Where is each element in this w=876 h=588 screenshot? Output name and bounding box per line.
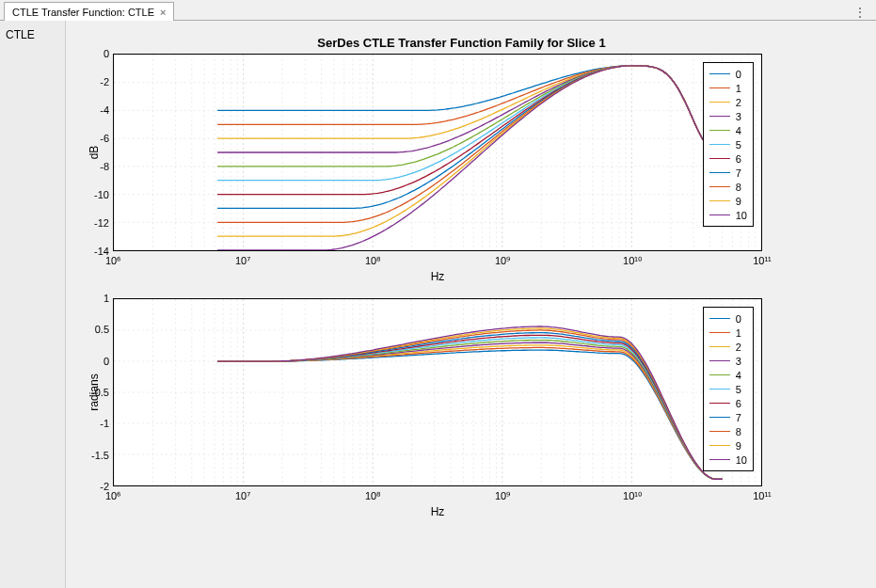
chart-title: SerDes CTLE Transfer Function Family for…	[75, 36, 848, 50]
figure-panel: ↖ SerDes CTLE Transfer Function Family f…	[66, 21, 876, 588]
legend-entry[interactable]: 10	[709, 208, 747, 222]
axes-magnitude[interactable]: 012345678910	[113, 54, 762, 251]
legend-entry[interactable]: 8	[709, 424, 747, 438]
legend-entry[interactable]: 9	[709, 438, 747, 453]
legend-entry[interactable]: 7	[709, 410, 747, 424]
legend-entry[interactable]: 5	[709, 137, 747, 151]
kebab-menu-icon[interactable]: ⋮	[844, 5, 876, 20]
legend-entry[interactable]: 4	[709, 123, 747, 137]
legend-entry[interactable]: 1	[709, 81, 747, 95]
xlabel-top: Hz	[113, 270, 762, 283]
yticks-top: 0-2-4-6-8-10-12-14	[81, 54, 109, 251]
legend-entry[interactable]: 6	[709, 396, 747, 410]
xticks-bot: 10⁶10⁷10⁸10⁹10¹⁰10¹¹	[113, 490, 762, 505]
legend-entry[interactable]: 10	[709, 453, 747, 467]
legend-entry[interactable]: 3	[709, 109, 747, 123]
tab-strip: CTLE Transfer Function: CTLE × ⋮	[0, 0, 876, 21]
legend-top[interactable]: 012345678910	[703, 62, 754, 227]
tab-label: CTLE Transfer Function: CTLE	[12, 3, 154, 22]
legend-entry[interactable]: 7	[709, 166, 747, 180]
xticks-top: 10⁶10⁷10⁸10⁹10¹⁰10¹¹	[113, 255, 762, 270]
legend-entry[interactable]: 8	[709, 180, 747, 194]
legend-entry[interactable]: 0	[709, 67, 747, 81]
legend-entry[interactable]: 5	[709, 382, 747, 396]
close-icon[interactable]: ×	[160, 3, 166, 22]
axes-phase[interactable]: 012345678910	[113, 298, 762, 486]
sidebar: CTLE	[0, 21, 66, 588]
xlabel-bot: Hz	[113, 505, 762, 518]
legend-entry[interactable]: 2	[709, 95, 747, 109]
legend-entry[interactable]: 2	[709, 340, 747, 354]
legend-entry[interactable]: 0	[709, 311, 747, 326]
legend-entry[interactable]: 1	[709, 326, 747, 340]
tab-ctle-transfer[interactable]: CTLE Transfer Function: CTLE ×	[4, 2, 174, 21]
legend-entry[interactable]: 4	[709, 368, 747, 382]
legend-entry[interactable]: 9	[709, 194, 747, 208]
legend-bot[interactable]: 012345678910	[703, 307, 754, 471]
legend-entry[interactable]: 6	[709, 151, 747, 166]
sidebar-item-ctle[interactable]: CTLE	[6, 28, 59, 41]
legend-entry[interactable]: 3	[709, 354, 747, 368]
yticks-bot: 10.50-0.5-1-1.5-2	[81, 298, 109, 486]
